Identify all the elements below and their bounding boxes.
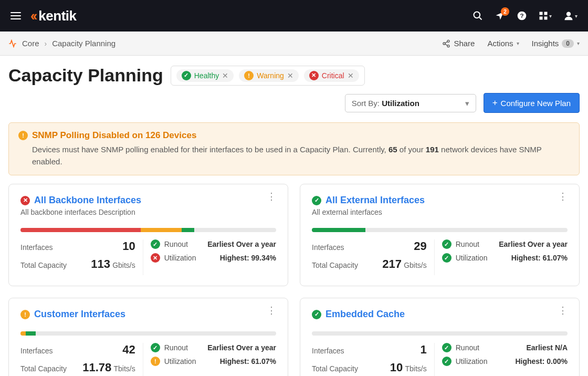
configure-new-plan-button[interactable]: + Configure New Plan (484, 93, 580, 113)
critical-icon: ✕ (309, 71, 319, 80)
utilization-bar (312, 331, 568, 336)
runout-label: Runout (456, 240, 479, 248)
utilization-bar (20, 331, 276, 336)
runout-label: Runout (164, 343, 188, 352)
breadcrumb-bar: Core › Capacity Planning Share Actions ▾… (0, 32, 588, 56)
kebab-icon[interactable]: ⋮ (267, 309, 276, 312)
plan-card: ✓ All External Interfaces All external i… (300, 184, 580, 286)
breadcrumb-actions: Share Actions ▾ Insights 0 ▾ (442, 39, 580, 48)
capacity-value: 11.78 (82, 361, 111, 374)
capacity-value: 217 (382, 257, 402, 270)
logo-text: kentik (38, 8, 76, 24)
critical-icon: ✕ (20, 196, 30, 205)
check-icon: ✓ (442, 343, 452, 352)
menu-icon[interactable] (10, 12, 21, 19)
cards-grid: ✕ All Backbone Interfaces All backbone i… (0, 184, 588, 376)
share-button[interactable]: Share (442, 39, 475, 48)
nav-left: ‹‹ kentik (10, 8, 76, 24)
insights-count: 0 (562, 39, 574, 48)
check-icon: ✓ (442, 253, 452, 263)
utilization-label: Utilization (164, 254, 196, 262)
card-description: All external interfaces (312, 208, 425, 216)
runout-value: Earliest Over a year (499, 240, 568, 248)
critical-icon: ✕ (151, 253, 160, 263)
utilization-label: Utilization (164, 357, 196, 365)
sort-select[interactable]: Sort By: Utilization (345, 94, 476, 112)
card-title[interactable]: Embedded Cache (326, 309, 405, 320)
utilization-value: Highest: 0.00% (515, 357, 568, 365)
svg-rect-5 (540, 17, 543, 20)
nav-right: 2 ? ▾ ▾ (472, 11, 578, 21)
check-icon: ✓ (151, 343, 160, 352)
capacity-value: 10 (390, 361, 403, 374)
kebab-icon[interactable]: ⋮ (558, 195, 568, 199)
capacity-label: Total Capacity (20, 261, 67, 269)
kebab-icon[interactable]: ⋮ (558, 309, 568, 312)
check-icon: ✓ (442, 357, 452, 366)
interfaces-value: 10 (122, 239, 135, 253)
filter-healthy[interactable]: ✓ Healthy ✕ (176, 69, 234, 82)
utilization-label: Utilization (456, 254, 488, 262)
utilization-value: Highest: 61.07% (220, 357, 276, 365)
svg-rect-3 (540, 12, 543, 15)
utilization-label: Utilization (456, 357, 488, 365)
kebab-icon[interactable]: ⋮ (267, 195, 276, 199)
apps-icon[interactable]: ▾ (539, 11, 552, 20)
breadcrumb-page[interactable]: Capacity Planning (52, 39, 116, 48)
warning-icon: ! (18, 131, 28, 140)
check-icon: ✓ (312, 196, 321, 205)
close-icon[interactable]: ✕ (348, 71, 354, 80)
card-description: All backbone interfaces Description (20, 208, 141, 216)
breadcrumb: Core › Capacity Planning (8, 39, 116, 48)
svg-point-7 (566, 12, 571, 16)
notifications-icon[interactable]: 2 (495, 11, 505, 21)
insights-label: Insights (532, 39, 559, 48)
filter-warning-label: Warning (257, 71, 284, 80)
chevron-down-icon: ▾ (549, 13, 552, 19)
svg-point-10 (447, 45, 449, 47)
close-icon[interactable]: ✕ (287, 71, 293, 80)
filter-critical-label: Critical (322, 71, 344, 80)
filter-critical[interactable]: ✕ Critical ✕ (304, 69, 359, 82)
page-title: Capacity Planning (8, 65, 163, 86)
alert-body: Devices must have SNMP polling enabled f… (18, 144, 570, 168)
help-icon[interactable]: ? (517, 11, 527, 21)
filter-healthy-label: Healthy (194, 71, 219, 80)
warning-icon: ! (20, 310, 30, 319)
search-icon[interactable] (472, 11, 483, 21)
card-title[interactable]: All Backbone Interfaces (34, 195, 141, 206)
logo-mark-icon: ‹‹ (30, 8, 35, 24)
capacity-unit: Gbits/s (112, 261, 135, 269)
card-title[interactable]: All External Interfaces (326, 195, 425, 206)
filter-warning[interactable]: ! Warning ✕ (239, 69, 299, 82)
actions-label: Actions (487, 39, 513, 48)
share-icon (442, 39, 450, 48)
interfaces-label: Interfaces (312, 243, 344, 252)
card-title[interactable]: Customer Interfaces (34, 309, 125, 320)
chevron-down-icon: ▾ (575, 13, 578, 19)
runout-value: Earliest Over a year (207, 240, 276, 248)
chevron-right-icon: › (45, 39, 47, 48)
alert-title-text: SNMP Polling Disabled on 126 Devices (32, 130, 196, 141)
plus-icon: + (492, 98, 498, 108)
actions-button[interactable]: Actions ▾ (487, 39, 519, 48)
breadcrumb-core[interactable]: Core (22, 39, 39, 48)
warning-icon: ! (244, 71, 254, 80)
plan-card: ✓ Embedded Cache ⋮ Interfaces 1 Total Ca… (300, 298, 580, 376)
svg-text:?: ? (520, 12, 523, 19)
svg-point-9 (443, 43, 445, 45)
svg-point-0 (474, 12, 480, 18)
notification-badge: 2 (501, 7, 509, 16)
user-icon[interactable]: ▾ (563, 11, 578, 21)
close-icon[interactable]: ✕ (222, 71, 228, 80)
capacity-unit: Gbits/s (404, 261, 427, 269)
utilization-value: Highest: 99.34% (220, 254, 276, 262)
check-icon: ✓ (151, 239, 160, 249)
plan-card: ✕ All Backbone Interfaces All backbone i… (8, 184, 288, 286)
snmp-alert: ! SNMP Polling Disabled on 126 Devices D… (8, 122, 580, 175)
top-nav: ‹‹ kentik 2 ? ▾ ▾ (0, 0, 588, 32)
insights-button[interactable]: Insights 0 ▾ (532, 39, 580, 48)
share-label: Share (454, 39, 475, 48)
logo[interactable]: ‹‹ kentik (30, 8, 76, 24)
svg-rect-4 (544, 12, 548, 15)
